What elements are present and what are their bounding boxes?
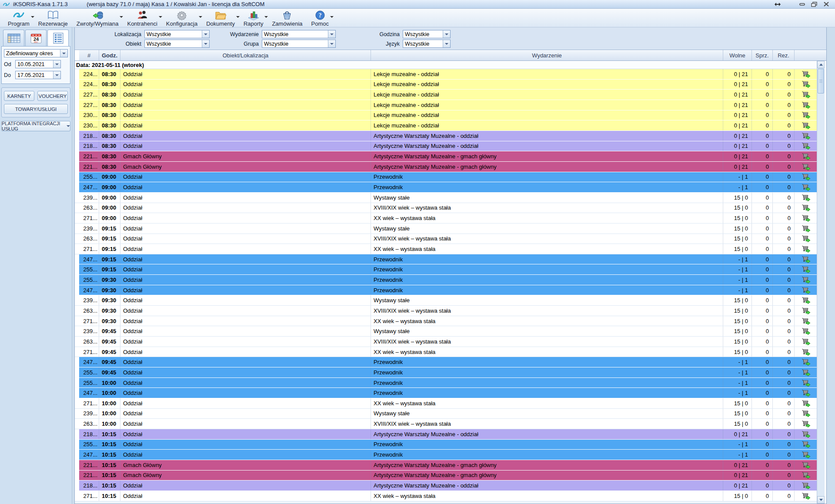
karnety-button[interactable]: KARNETY (4, 91, 34, 101)
add-to-cart-button[interactable] (795, 357, 817, 367)
toolbar-item-zwroty-wymiana[interactable]: Zwroty/Wymiana (72, 9, 123, 27)
add-to-cart-button[interactable] (795, 295, 817, 305)
table-row[interactable]: 247... 10:00 Oddział Przewodnik - | 1 0 … (75, 388, 817, 398)
vouchery-button[interactable]: VOUCHERY (37, 91, 68, 101)
filter-select-wydarzenie[interactable]: Wszystkie (262, 30, 336, 38)
minimize-button[interactable] (796, 1, 808, 8)
filter-select-grupa[interactable]: Wszystkie (262, 40, 336, 48)
add-to-cart-button[interactable] (795, 460, 817, 470)
toolbar-item-raporty[interactable]: Raporty (239, 9, 268, 27)
table-row[interactable]: 271... 09:15 Oddział XX wiek – wystawa s… (75, 244, 817, 254)
add-to-cart-button[interactable] (795, 110, 817, 120)
add-to-cart-button[interactable] (795, 120, 817, 130)
tab-calendar-view[interactable]: 24 MAY (25, 30, 47, 46)
table-row[interactable]: 218... 08:30 Oddział Artystyczne Warszta… (75, 131, 817, 141)
table-row[interactable]: 255... 10:15 Oddział Przewodnik - | 1 0 … (75, 440, 817, 450)
table-row[interactable]: 224... 08:30 Oddział Lekcje muzealne - o… (75, 80, 817, 90)
add-to-cart-button[interactable] (795, 337, 817, 347)
table-row[interactable]: 247... 09:00 Oddział Przewodnik - | 1 0 … (75, 182, 817, 193)
add-to-cart-button[interactable] (795, 90, 817, 100)
table-row[interactable]: 218... 10:15 Oddział Artystyczne Warszta… (75, 429, 817, 440)
add-to-cart-button[interactable] (795, 254, 817, 264)
tab-grid-view[interactable] (3, 30, 24, 46)
toolbar-item-zam-wienia[interactable]: Zamówienia (267, 9, 307, 27)
table-row[interactable]: 224... 08:30 Oddział Lekcje muzealne - o… (75, 69, 817, 80)
table-row[interactable]: 263... 09:15 Oddział XVIII/XIX wiek – wy… (75, 234, 817, 244)
toolbar-item-pomoc[interactable]: ?Pomoc (307, 9, 333, 27)
table-row[interactable]: 271... 10:00 Oddział XX wiek – wystawa s… (75, 398, 817, 409)
table-row[interactable]: 255... 09:15 Oddział Przewodnik - | 1 0 … (75, 264, 817, 275)
table-row[interactable]: 239... 10:00 Oddział Wystawy stałe 15 | … (75, 409, 817, 419)
column-header-reserved[interactable]: Rez. (773, 50, 795, 60)
add-to-cart-button[interactable] (795, 409, 817, 419)
table-row[interactable]: 239... 09:45 Oddział Wystawy stałe 15 | … (75, 326, 817, 337)
scroll-down-button[interactable] (817, 496, 825, 504)
table-row[interactable]: 255... 09:30 Oddział Przewodnik - | 1 0 … (75, 275, 817, 285)
table-row[interactable]: 271... 09:00 Oddział XX wiek – wystawa s… (75, 213, 817, 224)
table-row[interactable]: 239... 09:15 Oddział Wystawy stałe 15 | … (75, 224, 817, 234)
table-row[interactable]: 255... 10:00 Oddział Przewodnik - | 1 0 … (75, 378, 817, 388)
tab-list-view[interactable] (47, 30, 69, 46)
add-to-cart-button[interactable] (795, 491, 817, 501)
add-to-cart-button[interactable] (795, 80, 817, 90)
table-row[interactable]: 255... 09:00 Oddział Przewodnik - | 1 0 … (75, 172, 817, 183)
table-row[interactable]: 247... 09:45 Oddział Przewodnik - | 1 0 … (75, 357, 817, 367)
column-header-location[interactable]: Obiekt/Lokalizacja (120, 50, 371, 60)
add-to-cart-button[interactable] (795, 234, 817, 244)
add-to-cart-button[interactable] (795, 193, 817, 203)
add-to-cart-button[interactable] (795, 419, 817, 429)
add-to-cart-button[interactable] (795, 440, 817, 450)
table-row[interactable]: 239... 09:00 Oddział Wystawy stałe 15 | … (75, 193, 817, 203)
table-row[interactable]: 221... 10:15 Gmach Główny Artystyczne Wa… (75, 460, 817, 471)
add-to-cart-button[interactable] (795, 213, 817, 223)
to-date-picker[interactable]: 17.05.2021 (15, 71, 61, 79)
towary-uslugi-button[interactable]: TOWARY/USŁUGI (4, 104, 68, 114)
table-row[interactable]: 263... 10:00 Oddział XVIII/XIX wiek – wy… (75, 419, 817, 429)
table-row[interactable]: 263... 09:30 Oddział XVIII/XIX wiek – wy… (75, 306, 817, 316)
column-header-time[interactable]: Godz. (99, 50, 120, 60)
period-select[interactable]: Zdefiniowany okres (4, 49, 68, 57)
add-to-cart-button[interactable] (795, 275, 817, 285)
filter-select-obiekt[interactable]: Wszystkie (144, 40, 210, 48)
toolbar-item-konfiguracja[interactable]: Konfiguracja (162, 9, 202, 27)
add-to-cart-button[interactable] (795, 264, 817, 274)
table-row[interactable]: 221... 08:30 Gmach Główny Artystyczne Wa… (75, 162, 817, 172)
table-row[interactable]: 221... 10:15 Gmach Główny Artystyczne Wa… (75, 471, 817, 481)
table-row[interactable]: 230... 08:30 Oddział Lekcje muzealne - o… (75, 110, 817, 121)
add-to-cart-button[interactable] (795, 316, 817, 326)
filter-select-jzyk[interactable]: Wszystkie (403, 40, 451, 48)
restore-button[interactable] (808, 1, 820, 8)
add-to-cart-button[interactable] (795, 172, 817, 182)
column-header-event[interactable]: Wydarzenie (371, 50, 723, 60)
add-to-cart-button[interactable] (795, 471, 817, 481)
add-to-cart-button[interactable] (795, 429, 817, 439)
add-to-cart-button[interactable] (795, 151, 817, 161)
table-row[interactable]: 239... 09:30 Oddział Wystawy stałe 15 | … (75, 295, 817, 306)
table-row[interactable]: 227... 08:30 Oddział Lekcje muzealne - o… (75, 90, 817, 100)
add-to-cart-button[interactable] (795, 326, 817, 336)
add-to-cart-button[interactable] (795, 182, 817, 192)
add-to-cart-button[interactable] (795, 100, 817, 110)
toolbar-item-program[interactable]: Program (3, 9, 34, 27)
table-row[interactable]: 218... 10:15 Oddział Artystyczne Warszta… (75, 481, 817, 491)
table-row[interactable]: 247... 09:30 Oddział Przewodnik - | 1 0 … (75, 285, 817, 296)
table-row[interactable]: 271... 09:45 Oddział XX wiek – wystawa s… (75, 347, 817, 357)
table-row[interactable]: 247... 10:15 Oddział Przewodnik - | 1 0 … (75, 450, 817, 460)
vertical-scrollbar[interactable] (817, 61, 825, 504)
column-header-sold[interactable]: Sprz. (752, 50, 773, 60)
table-row[interactable]: 221... 08:30 Gmach Główny Artystyczne Wa… (75, 151, 817, 162)
add-to-cart-button[interactable] (795, 481, 817, 491)
table-row[interactable]: 247... 09:15 Oddział Przewodnik - | 1 0 … (75, 254, 817, 265)
table-row[interactable]: 263... 09:00 Oddział XVIII/XIX wiek – wy… (75, 203, 817, 214)
toolbar-item-dokumenty[interactable]: Dokumenty (202, 9, 239, 27)
scrollbar-track[interactable] (817, 94, 825, 496)
add-to-cart-button[interactable] (795, 378, 817, 388)
scroll-up-button[interactable] (817, 61, 825, 68)
add-to-cart-button[interactable] (795, 141, 817, 151)
dock-resize-icon[interactable] (772, 1, 784, 8)
add-to-cart-button[interactable] (795, 347, 817, 357)
add-to-cart-button[interactable] (795, 285, 817, 295)
from-date-picker[interactable]: 10.05.2021 (15, 60, 61, 68)
table-row[interactable]: 255... 09:45 Oddział Przewodnik - | 1 0 … (75, 367, 817, 378)
table-row[interactable]: 263... 09:45 Oddział XVIII/XIX wiek – wy… (75, 337, 817, 347)
